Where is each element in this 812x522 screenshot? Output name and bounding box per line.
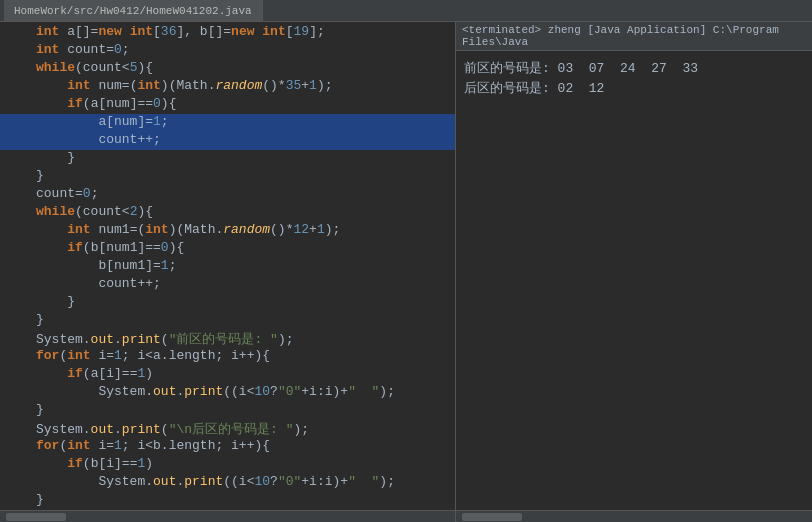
line-content: if(a[num]==0){ — [36, 96, 455, 114]
line-number — [0, 276, 36, 294]
line-content: for(int i=1; i<b.length; i++){ — [36, 438, 455, 456]
line-content: System.out.print((i<10?"0"+i:i)+" "); — [36, 384, 455, 402]
horizontal-scrollbar[interactable] — [0, 510, 455, 522]
line-content: System.out.print((i<10?"0"+i:i)+" "); — [36, 474, 455, 492]
line-number — [0, 60, 36, 78]
code-line: System.out.print((i<10?"0"+i:i)+" "); — [0, 474, 455, 492]
line-number — [0, 24, 36, 42]
line-content: while(count<5){ — [36, 60, 455, 78]
tab-bar: HomeWork/src/Hw0412/HomeW041202.java — [4, 0, 263, 21]
line-number — [0, 312, 36, 330]
line-content: count++; — [36, 132, 455, 150]
line-number — [0, 456, 36, 474]
line-number — [0, 186, 36, 204]
line-number — [0, 222, 36, 240]
code-line: } — [0, 402, 455, 420]
code-line: } — [0, 294, 455, 312]
code-line: System.out.print("\n后区的号码是: "); — [0, 420, 455, 438]
line-content: } — [36, 492, 455, 510]
line-content: for(int i=1; i<a.length; i++){ — [36, 348, 455, 366]
line-number — [0, 366, 36, 384]
line-content: int num1=(int)(Math.random()*12+1); — [36, 222, 455, 240]
code-line: while(count<2){ — [0, 204, 455, 222]
code-line: count=0; — [0, 186, 455, 204]
line-content: b[num1]=1; — [36, 258, 455, 276]
line-number — [0, 240, 36, 258]
code-line: } — [0, 312, 455, 330]
output-scrollbar-thumb[interactable] — [462, 513, 522, 521]
line-content: int num=(int)(Math.random()*35+1); — [36, 78, 455, 96]
line-number — [0, 114, 36, 132]
line-number — [0, 258, 36, 276]
line-content: } — [36, 312, 455, 330]
line-content: if(b[num1]==0){ — [36, 240, 455, 258]
line-content: } — [36, 402, 455, 420]
main-content: int a[]=new int[36], b[]=new int[19]; in… — [0, 22, 812, 522]
code-line: int a[]=new int[36], b[]=new int[19]; — [0, 24, 455, 42]
line-number — [0, 348, 36, 366]
code-line-highlighted: count++; — [0, 132, 455, 150]
code-line: if(a[i]==1) — [0, 366, 455, 384]
code-line: int count=0; — [0, 42, 455, 60]
output-header-label: <terminated> zheng [Java Application] C:… — [462, 24, 806, 48]
code-line: for(int i=1; i<a.length; i++){ — [0, 348, 455, 366]
line-number — [0, 402, 36, 420]
line-number — [0, 474, 36, 492]
output-header: <terminated> zheng [Java Application] C:… — [456, 22, 812, 51]
line-number — [0, 492, 36, 510]
line-content: if(a[i]==1) — [36, 366, 455, 384]
code-line: if(a[num]==0){ — [0, 96, 455, 114]
line-number — [0, 330, 36, 348]
line-number — [0, 96, 36, 114]
line-number — [0, 420, 36, 438]
line-content: int count=0; — [36, 42, 455, 60]
scrollbar-thumb[interactable] — [6, 513, 66, 521]
code-line: System.out.print((i<10?"0"+i:i)+" "); — [0, 384, 455, 402]
code-line: System.out.print("前区的号码是: "); — [0, 330, 455, 348]
line-number — [0, 78, 36, 96]
code-line: } — [0, 492, 455, 510]
output-line-1: 前区的号码是: 03 07 24 27 33 — [464, 59, 804, 77]
code-line: b[num1]=1; — [0, 258, 455, 276]
code-area[interactable]: int a[]=new int[36], b[]=new int[19]; in… — [0, 22, 455, 510]
output-body: 前区的号码是: 03 07 24 27 33 后区的号码是: 02 12 — [456, 51, 812, 510]
line-number — [0, 204, 36, 222]
output-horizontal-scrollbar[interactable] — [456, 510, 812, 522]
line-number — [0, 132, 36, 150]
code-panel: int a[]=new int[36], b[]=new int[19]; in… — [0, 22, 455, 522]
tab-label: HomeWork/src/Hw0412/HomeW041202.java — [14, 5, 252, 17]
line-content: int a[]=new int[36], b[]=new int[19]; — [36, 24, 455, 42]
code-line: } — [0, 150, 455, 168]
line-content: System.out.print("\n后区的号码是: "); — [36, 420, 455, 438]
line-number — [0, 42, 36, 60]
line-number — [0, 384, 36, 402]
line-content: if(b[i]==1) — [36, 456, 455, 474]
line-number — [0, 438, 36, 456]
editor-tab[interactable]: HomeWork/src/Hw0412/HomeW041202.java — [4, 0, 263, 21]
line-content: count=0; — [36, 186, 455, 204]
line-content: a[num]=1; — [36, 114, 455, 132]
output-panel: <terminated> zheng [Java Application] C:… — [455, 22, 812, 522]
top-bar: HomeWork/src/Hw0412/HomeW041202.java — [0, 0, 812, 22]
line-number — [0, 150, 36, 168]
code-line: while(count<5){ — [0, 60, 455, 78]
line-number — [0, 168, 36, 186]
line-content: count++; — [36, 276, 455, 294]
code-line: } — [0, 168, 455, 186]
output-line-2: 后区的号码是: 02 12 — [464, 79, 804, 97]
line-content: } — [36, 168, 455, 186]
code-line: int num=(int)(Math.random()*35+1); — [0, 78, 455, 96]
code-line: count++; — [0, 276, 455, 294]
line-content: System.out.print("前区的号码是: "); — [36, 330, 455, 348]
code-line: for(int i=1; i<b.length; i++){ — [0, 438, 455, 456]
code-line: int num1=(int)(Math.random()*12+1); — [0, 222, 455, 240]
line-number — [0, 294, 36, 312]
line-content: } — [36, 150, 455, 168]
line-content: while(count<2){ — [36, 204, 455, 222]
code-line-highlighted: a[num]=1; — [0, 114, 455, 132]
code-line: if(b[i]==1) — [0, 456, 455, 474]
line-content: } — [36, 294, 455, 312]
code-line: if(b[num1]==0){ — [0, 240, 455, 258]
